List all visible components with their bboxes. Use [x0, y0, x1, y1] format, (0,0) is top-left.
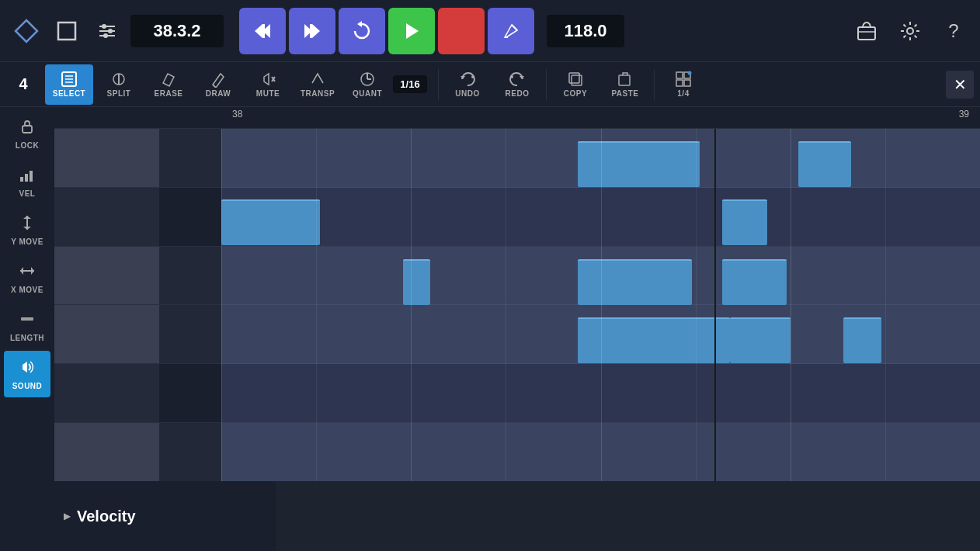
note-block[interactable]: [722, 199, 768, 245]
play-button[interactable]: [388, 8, 435, 54]
svg-rect-18: [858, 27, 875, 40]
logo-button[interactable]: [9, 14, 43, 48]
svg-point-6: [108, 29, 113, 33]
measure-line-q2: [411, 129, 412, 481]
forward-button[interactable]: [289, 8, 335, 54]
undo-button[interactable]: UNDO: [443, 64, 492, 105]
svg-marker-52: [23, 227, 31, 230]
ymove-icon: [19, 214, 36, 235]
bpm-display: 118.0: [547, 15, 624, 47]
note-block[interactable]: [730, 317, 791, 363]
svg-marker-51: [23, 216, 31, 219]
measure-line-q4: [791, 129, 791, 481]
svg-rect-40: [619, 75, 630, 85]
svg-marker-58: [23, 362, 27, 373]
note-block[interactable]: [722, 259, 787, 305]
transp-tool-button[interactable]: TRANSP: [294, 64, 342, 105]
ymove-label: Y MOVE: [11, 237, 43, 246]
transport-section: [239, 8, 534, 54]
svg-marker-34: [460, 76, 465, 79]
measure-subline-3: [696, 129, 697, 481]
rewind-button[interactable]: [239, 8, 286, 54]
svg-marker-8: [255, 24, 262, 38]
main-area: LOCK VEL Y MOVE: [0, 107, 980, 551]
vel-icon: [19, 166, 36, 187]
quant-tool-button[interactable]: QUANT: [343, 64, 391, 105]
svg-marker-15: [406, 23, 419, 39]
mixer-button[interactable]: [90, 14, 124, 48]
edit-mode-button[interactable]: [488, 8, 534, 54]
svg-marker-54: [20, 267, 23, 275]
velocity-bars-area[interactable]: [276, 481, 980, 551]
split-tool-button[interactable]: SPLIT: [95, 64, 143, 105]
note-block[interactable]: [221, 199, 320, 245]
length-button[interactable]: LENGTH: [4, 303, 50, 349]
split-label: SPLIT: [107, 89, 131, 98]
playhead: [714, 129, 716, 481]
copy-button[interactable]: COPY: [551, 64, 599, 105]
ymove-button[interactable]: Y MOVE: [4, 206, 50, 253]
sound-icon: [19, 359, 36, 379]
grid-toggle-button[interactable]: 1/4: [659, 64, 707, 105]
grid-value: 1/4: [677, 89, 689, 98]
svg-marker-55: [31, 267, 34, 275]
sound-button[interactable]: SOUND: [4, 351, 50, 397]
measure-line-q3: [601, 129, 602, 481]
svg-rect-12: [310, 24, 312, 38]
xmove-icon: [19, 262, 36, 283]
quant-value[interactable]: 1/16: [393, 75, 427, 93]
loop-button[interactable]: [339, 8, 385, 54]
length-icon: [19, 310, 36, 331]
vel-button[interactable]: VEL: [4, 158, 50, 205]
svg-rect-43: [676, 80, 683, 86]
velocity-panel: ▶ Velocity: [54, 481, 980, 551]
paste-label: PASTE: [611, 89, 638, 98]
clip-button[interactable]: [50, 14, 84, 48]
position-display: 38.3.2: [130, 15, 224, 47]
svg-marker-0: [16, 20, 37, 42]
erase-tool-button[interactable]: ERASE: [144, 64, 193, 105]
velocity-label-area[interactable]: ▶ Velocity: [54, 481, 276, 551]
svg-marker-14: [357, 21, 362, 27]
note-block[interactable]: [798, 141, 851, 187]
note-block[interactable]: [578, 259, 692, 305]
svg-point-35: [471, 75, 474, 78]
mute-tool-button[interactable]: MUTE: [244, 64, 292, 105]
note-grid[interactable]: [221, 129, 980, 481]
svg-point-7: [103, 33, 108, 38]
measure-subline-4: [885, 129, 886, 481]
svg-rect-39: [569, 73, 579, 83]
svg-rect-1: [58, 23, 75, 40]
left-sidebar: LOCK VEL Y MOVE: [0, 107, 54, 551]
draw-tool-button[interactable]: DRAW: [194, 64, 242, 105]
mute-label: MUTE: [256, 89, 280, 98]
svg-rect-47: [20, 177, 23, 182]
svg-marker-36: [520, 76, 524, 79]
measure-subline-1: [316, 129, 317, 481]
redo-button[interactable]: REDO: [493, 64, 541, 105]
piano-and-grid: C3: [54, 129, 980, 481]
svg-rect-44: [684, 80, 690, 86]
shop-button[interactable]: [850, 14, 884, 48]
redo-label: REDO: [506, 89, 530, 98]
editor-area: 38 39: [54, 107, 980, 551]
record-button[interactable]: [438, 8, 485, 54]
help-button[interactable]: ?: [937, 14, 971, 48]
svg-point-45: [688, 71, 692, 75]
settings-button[interactable]: [893, 14, 927, 48]
measure-label-38: 38: [229, 107, 245, 121]
close-button[interactable]: ✕: [946, 71, 974, 99]
note-block[interactable]: [843, 317, 881, 363]
paste-button[interactable]: PASTE: [601, 64, 649, 105]
xmove-button[interactable]: X MOVE: [4, 255, 50, 301]
measure-label-39: 39: [956, 107, 972, 121]
note-block[interactable]: [403, 259, 429, 305]
lock-button[interactable]: LOCK: [4, 110, 50, 157]
undo-label: UNDO: [455, 89, 479, 98]
svg-rect-49: [30, 171, 33, 182]
draw-label: DRAW: [206, 89, 231, 98]
note-block[interactable]: [578, 141, 699, 187]
select-tool-button[interactable]: SELECT: [45, 64, 93, 105]
erase-label: ERASE: [155, 89, 183, 98]
transp-label: TRANSP: [301, 89, 335, 98]
